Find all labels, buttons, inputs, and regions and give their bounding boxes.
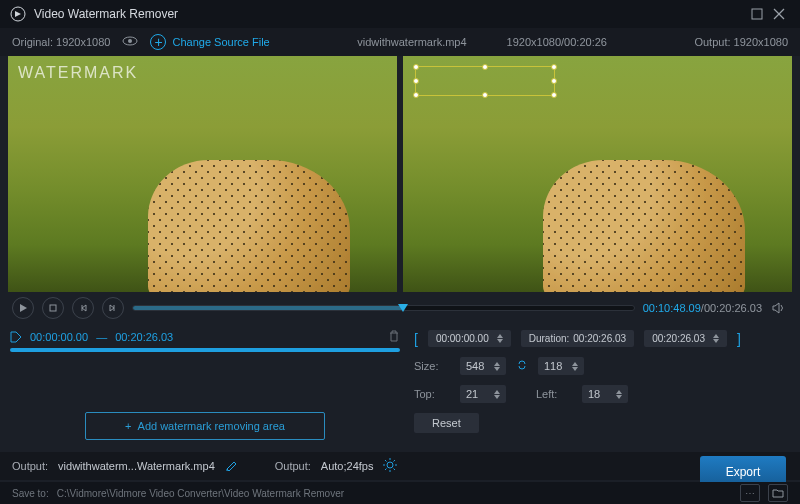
selection-box[interactable] bbox=[415, 66, 555, 96]
close-button[interactable] bbox=[768, 3, 790, 25]
preview-panes: WATERMARK bbox=[0, 56, 800, 292]
svg-line-14 bbox=[394, 460, 396, 462]
output-label-2: Output: bbox=[275, 460, 311, 472]
params-panel: [ 00:00:00.00 Duration:00:20:26.03 00:20… bbox=[414, 330, 790, 440]
svg-rect-1 bbox=[752, 9, 762, 19]
svg-line-13 bbox=[394, 469, 396, 471]
top-label: Top: bbox=[414, 388, 450, 400]
save-bar: Save to: C:\Vidmore\Vidmore Video Conver… bbox=[0, 482, 800, 504]
reset-button[interactable]: Reset bbox=[414, 413, 479, 433]
segment-bar[interactable] bbox=[10, 348, 400, 352]
output-bar: Output: vidwithwaterm...Watermark.mp4 Ou… bbox=[0, 452, 800, 480]
preview-original: WATERMARK bbox=[8, 56, 397, 292]
duration-field[interactable]: Duration:00:20:26.03 bbox=[521, 330, 634, 347]
bracket-close-icon[interactable]: ] bbox=[737, 331, 741, 347]
end-time-field[interactable]: 00:20:26.03 bbox=[644, 330, 727, 347]
output-resolution: Output: 1920x1080 bbox=[694, 36, 788, 48]
mid-row: 00:00:00.00 — 00:20:26.03 + Add watermar… bbox=[0, 324, 800, 440]
svg-point-7 bbox=[387, 462, 393, 468]
svg-rect-6 bbox=[50, 305, 56, 311]
preview-output[interactable] bbox=[403, 56, 792, 292]
start-time-field[interactable]: 00:00:00.00 bbox=[428, 330, 511, 347]
frame-forward-button[interactable] bbox=[102, 297, 124, 319]
svg-line-12 bbox=[385, 460, 387, 462]
output-label-1: Output: bbox=[12, 460, 48, 472]
size-label: Size: bbox=[414, 360, 450, 372]
width-field[interactable]: 548 bbox=[460, 357, 506, 375]
svg-point-5 bbox=[128, 39, 132, 43]
title-bar: Video Watermark Remover bbox=[0, 0, 800, 28]
save-path: C:\Vidmore\Vidmore Video Converter\Video… bbox=[57, 488, 732, 499]
play-button[interactable] bbox=[12, 297, 34, 319]
rename-output-button[interactable] bbox=[225, 459, 237, 473]
segment-start: 00:00:00.00 bbox=[30, 331, 88, 343]
volume-icon[interactable] bbox=[770, 299, 788, 317]
tag-icon bbox=[10, 331, 22, 343]
more-menu-button[interactable]: ⋯ bbox=[740, 484, 760, 502]
timeline-fill bbox=[133, 306, 403, 310]
svg-line-15 bbox=[385, 469, 387, 471]
plus-icon: + bbox=[125, 420, 131, 432]
frame-back-button[interactable] bbox=[72, 297, 94, 319]
output-format: Auto;24fps bbox=[321, 460, 374, 472]
timeline-knob[interactable] bbox=[398, 304, 408, 312]
original-resolution: Original: 1920x1080 bbox=[12, 36, 110, 48]
delete-segment-button[interactable] bbox=[388, 330, 400, 344]
bracket-open-icon[interactable]: [ bbox=[414, 331, 418, 347]
change-source-label: Change Source File bbox=[172, 36, 269, 48]
app-title: Video Watermark Remover bbox=[34, 7, 746, 21]
top-field[interactable]: 21 bbox=[460, 385, 506, 403]
segments-panel: 00:00:00.00 — 00:20:26.03 + Add watermar… bbox=[10, 330, 400, 440]
open-folder-button[interactable] bbox=[768, 484, 788, 502]
segment-end: 00:20:26.03 bbox=[115, 331, 173, 343]
change-source-button[interactable]: + Change Source File bbox=[150, 34, 269, 50]
watermark-overlay: WATERMARK bbox=[18, 64, 138, 82]
link-dimensions-icon[interactable] bbox=[516, 359, 528, 373]
info-bar: Original: 1920x1080 + Change Source File… bbox=[0, 28, 800, 56]
output-settings-button[interactable] bbox=[383, 458, 397, 474]
left-label: Left: bbox=[536, 388, 572, 400]
left-field[interactable]: 18 bbox=[582, 385, 628, 403]
segment-item[interactable]: 00:00:00.00 — 00:20:26.03 bbox=[10, 330, 400, 344]
source-filename: vidwithwatermark.mp4 bbox=[357, 36, 466, 48]
app-logo-icon bbox=[10, 6, 26, 22]
player-controls: 00:10:48.09/00:20:26.03 bbox=[0, 292, 800, 324]
timecode: 00:10:48.09/00:20:26.03 bbox=[643, 302, 762, 314]
plus-circle-icon: + bbox=[150, 34, 166, 50]
add-watermark-area-button[interactable]: + Add watermark removing area bbox=[85, 412, 325, 440]
save-to-label: Save to: bbox=[12, 488, 49, 499]
stop-button[interactable] bbox=[42, 297, 64, 319]
eye-icon[interactable] bbox=[122, 36, 138, 48]
minimize-button[interactable] bbox=[746, 3, 768, 25]
output-filename: vidwithwaterm...Watermark.mp4 bbox=[58, 460, 215, 472]
source-dims-time: 1920x1080/00:20:26 bbox=[507, 36, 607, 48]
height-field[interactable]: 118 bbox=[538, 357, 584, 375]
timeline-scrubber[interactable] bbox=[132, 305, 635, 311]
